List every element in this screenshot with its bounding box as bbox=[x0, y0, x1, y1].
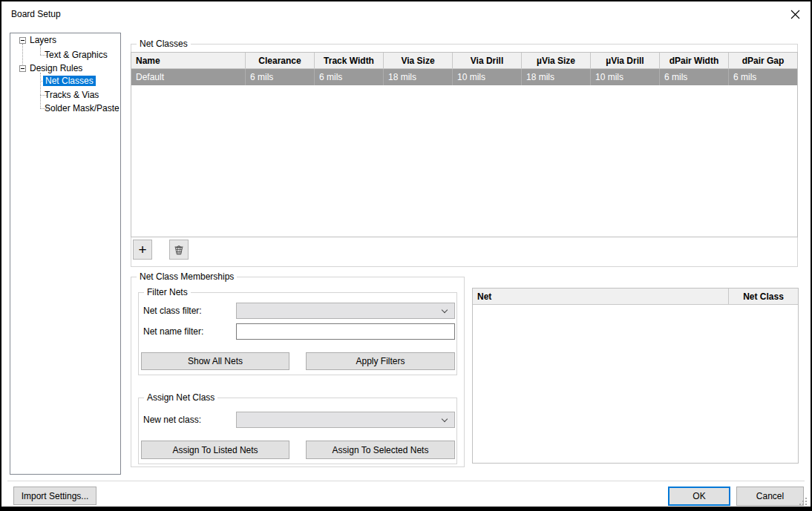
tree-item-label: Solder Mask/Paste bbox=[45, 103, 119, 113]
nets-table[interactable]: Net Net Class bbox=[472, 288, 799, 464]
apply-filters-label: Apply Filters bbox=[356, 356, 405, 366]
plus-icon: + bbox=[138, 243, 146, 257]
chevron-down-icon bbox=[442, 307, 448, 313]
cancel-button[interactable]: Cancel bbox=[736, 487, 804, 506]
window-title: Board Setup bbox=[11, 1, 61, 27]
import-settings-button[interactable]: Import Settings... bbox=[13, 487, 96, 505]
column-header-dpair-gap[interactable]: dPair Gap bbox=[729, 53, 797, 68]
close-icon bbox=[790, 10, 800, 19]
tree-item-text-graphics[interactable]: Text & Graphics bbox=[45, 48, 108, 62]
resize-grip[interactable] bbox=[799, 498, 807, 505]
tree-item-label: Tracks & Vias bbox=[45, 90, 99, 100]
cell-uvia-drill[interactable]: 10 mils bbox=[591, 69, 660, 85]
cell-uvia-size[interactable]: 18 mils bbox=[522, 69, 591, 85]
cell-via-size[interactable]: 18 mils bbox=[384, 69, 453, 85]
chevron-down-icon bbox=[442, 416, 448, 422]
assign-to-selected-nets-label: Assign To Selected Nets bbox=[333, 445, 429, 455]
delete-net-class-button[interactable] bbox=[169, 240, 189, 260]
column-header-via-drill[interactable]: Via Drill bbox=[453, 53, 522, 68]
cell-track-width[interactable]: 6 mils bbox=[315, 69, 384, 85]
memberships-group-label: Net Class Memberships bbox=[137, 271, 237, 282]
tree-item-net-classes[interactable]: Net Classes bbox=[43, 74, 96, 88]
net-class-filter-label: Net class filter: bbox=[143, 303, 202, 318]
nets-table-empty-area bbox=[473, 305, 798, 463]
tree-item-solder-mask-paste[interactable]: Solder Mask/Paste bbox=[45, 102, 119, 115]
nets-table-header: Net Net Class bbox=[473, 289, 798, 305]
collapse-icon[interactable] bbox=[19, 37, 26, 44]
net-classes-group-label: Net Classes bbox=[137, 39, 191, 49]
tree-item-tracks-vias[interactable]: Tracks & Vias bbox=[45, 88, 99, 102]
new-net-class-select[interactable] bbox=[236, 412, 455, 428]
tree-item-label-selected: Net Classes bbox=[43, 76, 96, 86]
net-classes-table-empty-area bbox=[131, 85, 797, 237]
column-header-dpair-width[interactable]: dPair Width bbox=[660, 53, 729, 68]
tree-connector bbox=[40, 73, 41, 108]
show-all-nets-button[interactable]: Show All Nets bbox=[141, 352, 289, 370]
net-classes-table[interactable]: Name Clearance Track Width Via Size Via … bbox=[131, 52, 798, 237]
footer-separator bbox=[7, 481, 805, 481]
tree-item-label: Text & Graphics bbox=[45, 50, 108, 60]
trash-icon bbox=[173, 244, 185, 256]
assign-to-selected-nets-button[interactable]: Assign To Selected Nets bbox=[306, 441, 455, 459]
tree-item-label: Design Rules bbox=[30, 63, 82, 73]
cell-name[interactable]: Default bbox=[131, 69, 246, 85]
tree-item-design-rules[interactable]: Design Rules bbox=[30, 62, 82, 75]
column-header-net[interactable]: Net bbox=[473, 289, 729, 304]
cell-dpair-gap[interactable]: 6 mils bbox=[729, 69, 797, 85]
net-class-row-default[interactable]: Default 6 mils 6 mils 18 mils 10 mils 18… bbox=[131, 69, 797, 85]
titlebar[interactable]: Board Setup bbox=[1, 1, 811, 27]
column-header-uvia-drill[interactable]: µVia Drill bbox=[591, 53, 660, 68]
collapse-icon[interactable] bbox=[19, 65, 26, 72]
net-name-filter-input[interactable] bbox=[236, 323, 455, 340]
cancel-label: Cancel bbox=[756, 491, 784, 501]
filter-nets-group-label: Filter Nets bbox=[144, 287, 191, 297]
tree-item-layers[interactable]: Layers bbox=[30, 33, 56, 47]
net-classes-table-header: Name Clearance Track Width Via Size Via … bbox=[131, 53, 797, 69]
cell-via-drill[interactable]: 10 mils bbox=[453, 69, 522, 85]
show-all-nets-label: Show All Nets bbox=[188, 356, 243, 366]
cell-clearance[interactable]: 6 mils bbox=[246, 69, 315, 85]
apply-filters-button[interactable]: Apply Filters bbox=[306, 352, 455, 370]
net-class-filter-select[interactable] bbox=[236, 303, 455, 319]
net-name-filter-label: Net name filter: bbox=[143, 324, 203, 339]
assign-to-listed-nets-button[interactable]: Assign To Listed Nets bbox=[141, 441, 289, 459]
settings-tree: Layers Text & Graphics Design Rules Net … bbox=[10, 33, 121, 475]
cell-dpair-width[interactable]: 6 mils bbox=[660, 69, 729, 85]
add-net-class-button[interactable]: + bbox=[133, 240, 152, 260]
tree-item-label: Layers bbox=[30, 35, 56, 45]
import-settings-label: Import Settings... bbox=[22, 491, 89, 501]
column-header-net-class[interactable]: Net Class bbox=[729, 289, 798, 304]
new-net-class-label: New net class: bbox=[143, 412, 201, 427]
tree-connector bbox=[22, 44, 23, 66]
assign-to-listed-nets-label: Assign To Listed Nets bbox=[172, 445, 258, 455]
column-header-via-size[interactable]: Via Size bbox=[384, 53, 453, 68]
column-header-name[interactable]: Name bbox=[131, 53, 246, 68]
column-header-track-width[interactable]: Track Width bbox=[315, 53, 384, 68]
column-header-clearance[interactable]: Clearance bbox=[246, 53, 315, 68]
assign-net-class-group-label: Assign Net Class bbox=[144, 392, 217, 403]
board-setup-dialog: Board Setup Layers Text & Graphics Desig… bbox=[0, 0, 812, 511]
close-button[interactable] bbox=[785, 5, 805, 23]
column-header-uvia-size[interactable]: µVia Size bbox=[522, 53, 591, 68]
ok-button[interactable]: OK bbox=[668, 487, 730, 506]
ok-label: OK bbox=[693, 491, 705, 501]
